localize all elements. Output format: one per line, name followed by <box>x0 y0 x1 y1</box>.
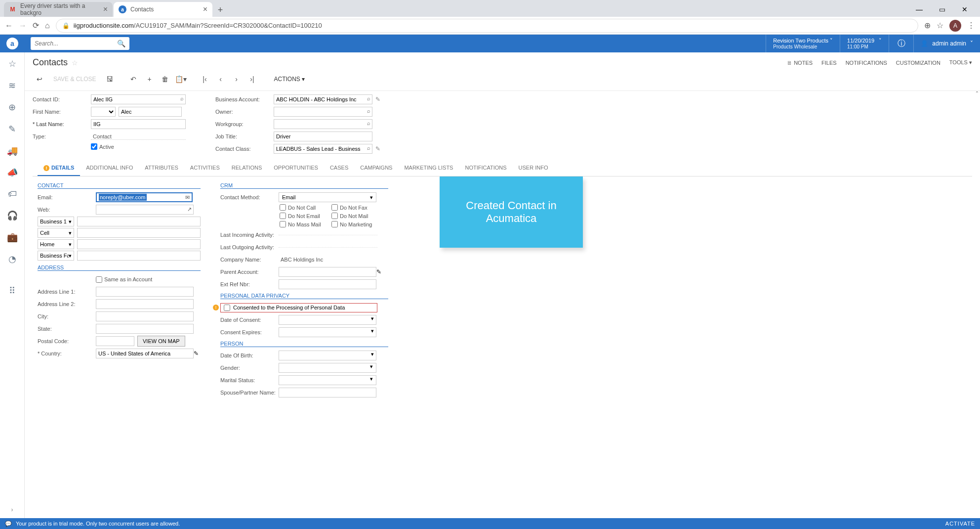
close-window-button[interactable]: ✕ <box>953 2 976 17</box>
marital-status-select[interactable]: ▾ <box>279 375 376 385</box>
active-checkbox[interactable] <box>91 143 97 150</box>
avatar[interactable]: A <box>949 20 961 32</box>
contact-class-input[interactable] <box>274 144 372 154</box>
workgroup-input[interactable] <box>274 119 372 129</box>
no-mass-mail-checkbox[interactable] <box>280 221 286 227</box>
maximize-button[interactable]: ▭ <box>931 2 953 17</box>
data-views-icon[interactable]: ≋ <box>8 80 16 91</box>
phone-type-select[interactable]: Business Fax▾ <box>38 251 74 261</box>
support-icon[interactable]: 🎧 <box>7 210 18 221</box>
state-input[interactable] <box>96 324 194 334</box>
back-button[interactable]: ↩ <box>33 73 46 86</box>
no-marketing-checkbox[interactable] <box>331 221 338 227</box>
compose-icon[interactable]: ✎ <box>8 124 16 134</box>
marketing-icon[interactable]: 📣 <box>7 167 18 178</box>
phone-type-select[interactable]: Cell▾ <box>38 228 74 238</box>
back-button[interactable]: ← <box>5 21 13 30</box>
business-date-selector[interactable]: 11/20/2019 ˅ 11:00 PM <box>840 35 889 52</box>
edit-icon[interactable]: ✎ <box>376 268 381 275</box>
tab-campaigns[interactable]: CAMPAIGNS <box>354 161 398 176</box>
consent-checkbox[interactable] <box>224 305 230 311</box>
next-record-button[interactable]: › <box>229 73 243 86</box>
files-link[interactable]: FILES <box>821 60 837 66</box>
expand-rail-button[interactable]: › <box>11 506 13 518</box>
notes-link[interactable]: 🗎 NOTES <box>787 60 813 66</box>
home-button[interactable]: ⌂ <box>45 21 50 30</box>
addr2-input[interactable] <box>96 299 194 309</box>
bookmark-icon[interactable]: ☆ <box>937 21 943 30</box>
search-icon[interactable]: 🔍 <box>117 40 125 47</box>
country-input[interactable] <box>96 349 194 358</box>
edit-icon[interactable]: ✎ <box>375 96 380 103</box>
apps-icon[interactable]: ⠿ <box>9 285 15 296</box>
add-icon[interactable]: ⊕ <box>8 102 16 113</box>
city-input[interactable] <box>96 311 194 321</box>
tab-details[interactable]: !DETAILS <box>38 161 80 176</box>
menu-icon[interactable]: ⋮ <box>967 21 975 30</box>
new-tab-button[interactable]: + <box>213 3 227 17</box>
consent-row[interactable]: ! Consented to the Processing of Persona… <box>220 303 377 312</box>
tab-marketing-lists[interactable]: MARKETING LISTS <box>398 161 459 176</box>
owner-input[interactable] <box>274 107 372 117</box>
edit-icon[interactable]: ✎ <box>375 145 380 152</box>
do-not-fax-checkbox[interactable] <box>331 204 338 211</box>
app-logo[interactable]: a <box>0 38 25 49</box>
first-name-input[interactable] <box>119 107 182 117</box>
delete-button[interactable]: 🗑 <box>158 73 172 86</box>
date-consent-input[interactable]: ▾ <box>279 315 376 325</box>
favorite-star-icon[interactable]: ☆ <box>72 59 78 67</box>
clipboard-menu[interactable]: 📋▾ <box>174 73 188 86</box>
last-name-input[interactable] <box>91 119 186 129</box>
phone-input[interactable] <box>77 251 201 261</box>
contact-method-select[interactable]: Email▾ <box>279 192 376 202</box>
undo-button[interactable]: ↶ <box>126 73 140 86</box>
customization-link[interactable]: CUSTOMIZATION <box>896 60 940 66</box>
last-record-button[interactable]: ›| <box>245 73 259 86</box>
edit-icon[interactable]: ✎ <box>194 350 199 357</box>
tools-menu[interactable]: TOOLS ▾ <box>949 59 972 66</box>
do-not-mail-checkbox[interactable] <box>331 213 338 219</box>
business-account-input[interactable] <box>274 94 372 104</box>
search-input[interactable] <box>35 40 117 47</box>
browser-tab-gmail[interactable]: M Every driver starts with a backgro × <box>4 2 113 17</box>
first-record-button[interactable]: |‹ <box>198 73 211 86</box>
save-button[interactable]: 🖫 <box>103 73 117 86</box>
reload-button[interactable]: ⟳ <box>33 21 39 30</box>
external-link-icon[interactable]: ↗ <box>187 206 192 213</box>
url-bar[interactable]: 🔒 iigproductionsite.com /ACU19107_SAM/Ma… <box>56 19 918 33</box>
company-selector[interactable]: Revision Two Products ˅ Products Wholesa… <box>766 35 840 52</box>
ext-ref-input[interactable] <box>279 279 376 289</box>
global-search[interactable]: 🔍 <box>31 37 129 50</box>
parent-account-input[interactable] <box>279 267 376 277</box>
phone-type-select[interactable]: Business 1▾ <box>38 217 74 226</box>
close-icon[interactable]: × <box>103 5 108 14</box>
job-title-input[interactable] <box>274 132 372 141</box>
gender-select[interactable]: ▾ <box>279 363 376 373</box>
web-input[interactable] <box>96 205 194 215</box>
contact-id-input[interactable] <box>91 94 186 104</box>
add-button[interactable]: + <box>142 73 156 86</box>
view-on-map-button[interactable]: VIEW ON MAP <box>137 336 185 347</box>
consent-expires-input[interactable]: ▾ <box>279 327 376 337</box>
minimize-button[interactable]: — <box>908 2 931 17</box>
phone-type-select[interactable]: Home▾ <box>38 239 74 249</box>
close-icon[interactable]: × <box>203 5 207 14</box>
phone-input[interactable] <box>77 217 201 226</box>
user-menu[interactable]: 👤 admin admin ˅ <box>913 35 980 52</box>
tab-attributes[interactable]: ATTRIBUTES <box>139 161 184 176</box>
tags-icon[interactable]: 🏷 <box>8 189 17 199</box>
dob-input[interactable]: ▾ <box>279 351 376 360</box>
tab-notifications[interactable]: NOTIFICATIONS <box>459 161 512 176</box>
tab-activities[interactable]: ACTIVITIES <box>184 161 226 176</box>
browser-tab-contacts[interactable]: a Contacts × <box>114 2 212 17</box>
favorites-icon[interactable]: ☆ <box>8 58 16 69</box>
notifications-link[interactable]: NOTIFICATIONS <box>846 60 887 66</box>
tab-cases[interactable]: CASES <box>324 161 354 176</box>
phone-input[interactable] <box>77 228 201 238</box>
do-not-email-checkbox[interactable] <box>280 213 286 219</box>
forward-button[interactable]: → <box>19 21 27 30</box>
same-as-account-checkbox[interactable] <box>96 276 102 283</box>
email-input[interactable]: noreply@uber.com ✉ <box>96 192 193 202</box>
briefcase-icon[interactable]: 💼 <box>7 232 18 243</box>
phone-input[interactable] <box>77 239 201 249</box>
